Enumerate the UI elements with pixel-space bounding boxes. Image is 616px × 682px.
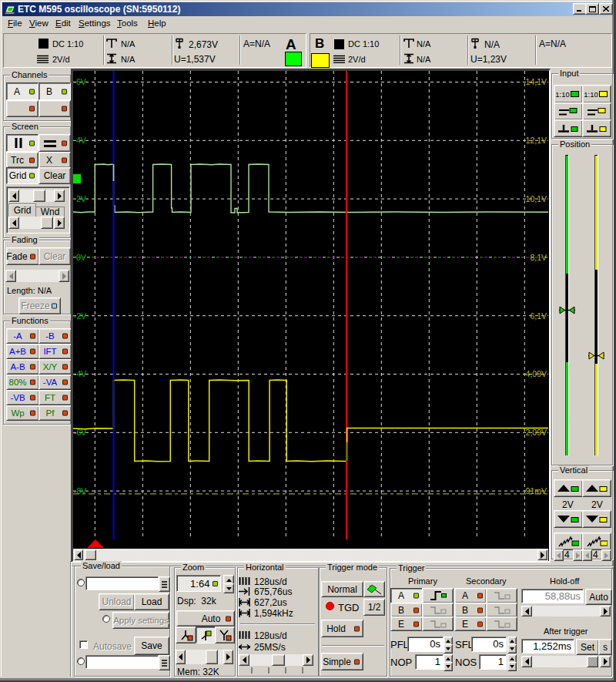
svg-text:-8V: -8V	[74, 486, 86, 496]
svg-text:6,1V: 6,1V	[530, 311, 547, 321]
svg-text:8,1V: 8,1V	[530, 253, 547, 262]
svg-text:0V: 0V	[76, 253, 86, 262]
svg-text:10,1V: 10,1V	[526, 194, 547, 203]
svg-text:14,1V: 14,1V	[526, 77, 547, 86]
svg-text:4V: 4V	[76, 136, 86, 145]
svg-text:2V: 2V	[76, 194, 86, 203]
svg-text:-4V: -4V	[74, 369, 86, 378]
svg-text:91mV: 91mV	[526, 486, 547, 496]
svg-text:2,09V: 2,09V	[526, 428, 547, 437]
svg-text:12,1V: 12,1V	[526, 136, 547, 145]
svg-text:-2V: -2V	[74, 311, 86, 321]
svg-text:4,09V: 4,09V	[526, 369, 547, 378]
svg-text:-6V: -6V	[74, 428, 86, 437]
svg-text:6V: 6V	[76, 77, 86, 86]
